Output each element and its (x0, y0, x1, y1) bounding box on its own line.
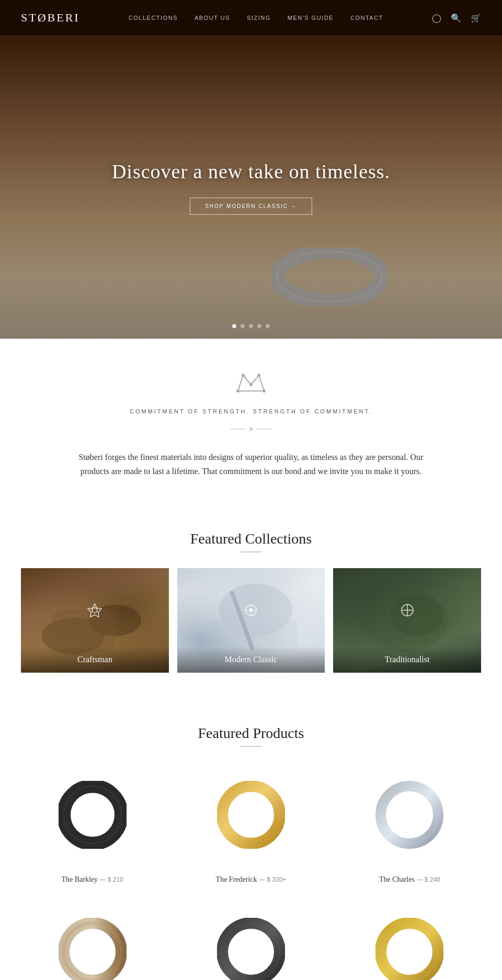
carousel-dot-4[interactable] (257, 324, 261, 328)
collection-card-traditionalist[interactable]: Traditionalist (333, 568, 481, 673)
hero-ring-svg (272, 248, 387, 305)
collection-card-craftsman[interactable]: Craftsman (21, 568, 169, 673)
barkley-name: The Barkley — $ 210 (21, 875, 164, 884)
svg-marker-15 (88, 604, 101, 617)
carousel-dot-3[interactable] (249, 324, 253, 328)
brand-description: Støberi forges the finest materials into… (73, 450, 429, 478)
products-section: Featured Products The Barkley — $ 210 (0, 699, 502, 980)
carousel-dot-5[interactable] (266, 324, 270, 328)
products-grid: The Barkley — $ 210 (21, 763, 481, 980)
brand-tagline: COMMITMENT OF STRENGTH. STRENGTH OF COMM… (42, 408, 460, 414)
ring6-image (338, 900, 481, 980)
modern-label: Modern Classic (177, 647, 325, 673)
carousel-dot-2[interactable] (241, 324, 245, 328)
nav-mens-guide[interactable]: MEN'S GUIDE (288, 15, 334, 21)
carousel-dot-1[interactable] (232, 324, 236, 328)
svg-point-4 (236, 389, 239, 393)
svg-rect-14 (52, 610, 115, 652)
frederick-name: The Frederick — $ 330+ (179, 875, 322, 884)
nav-collections[interactable]: COLLECTIONS (129, 15, 178, 21)
collections-title: Featured Collections (21, 531, 481, 547)
svg-point-37 (64, 923, 121, 980)
user-icon[interactable]: ◯ (432, 13, 441, 23)
crown-icon (42, 370, 460, 399)
brand-section: COMMITMENT OF STRENGTH. STRENGTH OF COMM… (0, 339, 502, 504)
svg-point-8 (249, 383, 253, 386)
divider-ornament (42, 424, 460, 437)
nav-icons: ◯ 🔍 🛒 (432, 13, 481, 23)
charles-name: The Charles — $ 240 (338, 875, 481, 884)
nav-about[interactable]: ABOUT US (195, 15, 230, 21)
svg-point-21 (249, 608, 253, 613)
charles-image (338, 763, 481, 867)
svg-marker-10 (248, 426, 254, 432)
site-header: STØBERI COLLECTIONS ABOUT US SIZING MEN'… (0, 0, 502, 36)
search-icon[interactable]: 🔍 (451, 13, 461, 23)
nav-sizing[interactable]: SIZING (247, 15, 271, 21)
barkley-image (21, 763, 164, 867)
hero-section: Discover a new take on timeless. SHOP MO… (0, 36, 502, 339)
collections-divider (241, 551, 261, 552)
hero-cta-button[interactable]: SHOP MODERN CLASSIC (190, 198, 312, 215)
carousel-dots (232, 324, 270, 328)
products-title: Featured Products (21, 725, 481, 742)
svg-point-6 (242, 374, 245, 377)
hero-title: Discover a new take on timeless. (112, 160, 390, 183)
frederick-image (179, 763, 322, 867)
svg-point-27 (391, 594, 443, 636)
hero-content: Discover a new take on timeless. SHOP MO… (112, 160, 390, 215)
craftsman-label: Craftsman (21, 647, 169, 673)
svg-point-16 (92, 608, 97, 613)
product-frederick[interactable]: The Frederick — $ 330+ (179, 763, 322, 884)
ring4-image (21, 900, 164, 980)
collections-grid: Craftsman (21, 568, 481, 673)
main-nav: COLLECTIONS ABOUT US SIZING MEN'S GUIDE … (129, 15, 383, 21)
svg-point-33 (222, 786, 280, 844)
traditionalist-label: Traditionalist (333, 647, 481, 673)
ring5-image (179, 900, 322, 980)
svg-point-5 (263, 389, 266, 393)
nav-contact[interactable]: CONTACT (350, 15, 383, 21)
product-barkley[interactable]: The Barkley — $ 210 (21, 763, 164, 884)
cart-icon[interactable]: 🛒 (471, 13, 481, 23)
products-divider (241, 746, 261, 747)
collections-section: Featured Collections Craftsman (0, 504, 502, 699)
product-ring5[interactable]: dark brushed (179, 900, 322, 980)
product-charles[interactable]: The Charles — $ 240 (338, 763, 481, 884)
product-ring6[interactable]: gold brushed (338, 900, 481, 980)
site-logo: STØBERI (21, 11, 80, 25)
product-ring4[interactable]: two-tone (21, 900, 164, 980)
hero-ring-image (272, 248, 387, 307)
svg-point-7 (257, 374, 260, 377)
collection-card-modern[interactable]: Modern Classic (177, 568, 325, 673)
